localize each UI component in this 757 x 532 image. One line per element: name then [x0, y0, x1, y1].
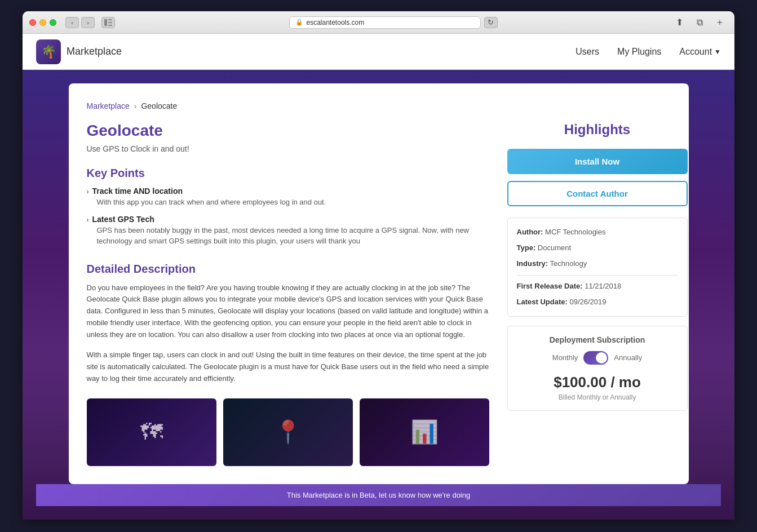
svg-rect-3 — [108, 25, 112, 26]
deployment-title: Deployment Subscription — [517, 335, 678, 344]
nav-account[interactable]: Account ▼ — [679, 47, 721, 57]
billing-toggle-switch[interactable] — [583, 351, 608, 365]
tab-arrange-button[interactable]: ⧉ — [692, 15, 707, 30]
key-point-header-1: › Track time AND location — [87, 187, 489, 196]
meta-first-release: First Release Date: 11/21/2018 — [517, 281, 678, 291]
breadcrumb-separator: › — [134, 101, 137, 110]
nav-my-plugins[interactable]: My Plugins — [617, 47, 661, 57]
key-point-2: › Latest GPS Tech GPS has been notably b… — [87, 215, 489, 247]
billing-note: Billed Monthly or Annually — [517, 393, 678, 401]
meta-industry: Industry: Technology — [517, 259, 678, 269]
description-para-1: Do you have employees in the field? Are … — [87, 282, 489, 341]
fullscreen-button[interactable] — [50, 19, 56, 26]
meta-type: Type: Document — [517, 243, 678, 253]
monthly-label: Monthly — [552, 353, 578, 362]
svg-rect-1 — [108, 19, 112, 20]
meta-author-value: MCF Technologies — [545, 228, 605, 236]
svg-rect-2 — [108, 22, 112, 23]
key-point-desc-2: GPS has been notably buggy in the past, … — [97, 225, 489, 247]
meta-type-value: Document — [538, 243, 571, 252]
key-point-1: › Track time AND location With this app … — [87, 187, 489, 208]
highlights-title: Highlights — [507, 122, 688, 138]
meta-separator — [517, 275, 678, 276]
back-icon: ‹ — [71, 19, 73, 26]
back-button[interactable]: ‹ — [65, 17, 79, 28]
meta-type-label: Type: — [517, 243, 536, 252]
install-button[interactable]: Install Now — [507, 149, 688, 174]
new-tab-button[interactable]: + — [712, 15, 728, 30]
title-bar: ‹ › 🔒 escalantetools.com ↻ ⬆ ⧉ + — [23, 11, 734, 34]
forward-icon: › — [87, 19, 89, 26]
price-display: $100.00 / mo — [517, 374, 678, 391]
close-button[interactable] — [29, 19, 36, 26]
share-button[interactable]: ⬆ — [671, 15, 687, 30]
beta-message: This Marketplace is in Beta, let us know… — [287, 491, 470, 499]
account-dropdown-icon: ▼ — [714, 48, 721, 56]
meta-first-release-value: 11/21/2018 — [585, 282, 621, 290]
screenshot-icon-1: 🗺 — [140, 419, 163, 445]
content-layout: Geolocate Use GPS to Clock in and out! K… — [87, 122, 671, 466]
account-label: Account — [679, 47, 712, 57]
contact-author-button[interactable]: Contact Author — [507, 181, 688, 206]
url-input[interactable]: 🔒 escalantetools.com — [289, 16, 481, 29]
key-point-desc-1: With this app you can track when and whe… — [97, 197, 489, 208]
plugin-tagline: Use GPS to Clock in and out! — [87, 144, 489, 153]
key-point-header-2: › Latest GPS Tech — [87, 215, 489, 224]
meta-author-label: Author: — [517, 228, 543, 236]
traffic-lights — [29, 19, 56, 26]
key-point-title-1: Track time AND location — [92, 187, 183, 196]
meta-industry-value: Technology — [550, 259, 587, 268]
meta-latest-update-value: 09/26/2019 — [569, 298, 606, 306]
chevron-icon-1: › — [87, 188, 89, 196]
sidebar-toggle-button[interactable] — [101, 17, 115, 28]
address-bar: 🔒 escalantetools.com ↻ — [119, 16, 667, 29]
detailed-title: Detailed Description — [87, 263, 489, 276]
toolbar-right: ⬆ ⧉ + — [671, 15, 728, 30]
nav-users[interactable]: Users — [576, 47, 599, 57]
app-logo[interactable]: 🌴 Marketplace — [36, 39, 122, 64]
screenshot-3[interactable]: 📊 — [360, 398, 489, 466]
detailed-description-section: Detailed Description Do you have employe… — [87, 263, 489, 385]
annually-label: Annually — [614, 353, 642, 362]
description-para-2: With a simple finger tap, users can cloc… — [87, 349, 489, 384]
key-points-list: › Track time AND location With this app … — [87, 187, 489, 247]
meta-info-box: Author: MCF Technologies Type: Document … — [507, 218, 688, 317]
app-nav: 🌴 Marketplace Users My Plugins Account ▼ — [23, 34, 734, 70]
key-points-title: Key Points — [87, 167, 489, 180]
reload-button[interactable]: ↻ — [484, 17, 498, 28]
forward-button[interactable]: › — [81, 17, 95, 28]
meta-latest-update: Latest Update: 09/26/2019 — [517, 297, 678, 307]
breadcrumb-marketplace-link[interactable]: Marketplace — [87, 101, 130, 110]
browser-nav-buttons: ‹ › — [65, 17, 95, 28]
deployment-box: Deployment Subscription Monthly Annually… — [507, 326, 688, 411]
screenshot-icon-3: 📊 — [410, 419, 439, 445]
lock-icon: 🔒 — [295, 19, 303, 26]
main-area: Marketplace › Geolocate Geolocate Use GP… — [23, 70, 734, 520]
logo-icon: 🌴 — [36, 39, 61, 64]
beta-banner: This Marketplace is in Beta, let us know… — [36, 484, 721, 506]
screenshot-2[interactable]: 📍 — [223, 398, 353, 466]
meta-industry-label: Industry: — [517, 259, 548, 268]
url-text: escalantetools.com — [307, 19, 365, 26]
toggle-knob — [596, 352, 607, 363]
meta-latest-update-label: Latest Update: — [517, 298, 568, 306]
screenshot-1[interactable]: 🗺 — [87, 398, 216, 466]
logo-emoji: 🌴 — [41, 45, 56, 59]
nav-brand: Marketplace — [67, 46, 122, 57]
breadcrumb: Marketplace › Geolocate — [87, 101, 671, 110]
meta-author: Author: MCF Technologies — [517, 227, 678, 237]
browser-window: ‹ › 🔒 escalantetools.com ↻ ⬆ ⧉ + — [23, 11, 734, 520]
screenshots: 🗺 📍 📊 — [87, 398, 489, 466]
reload-icon: ↻ — [488, 18, 494, 26]
minimize-button[interactable] — [39, 19, 46, 26]
screenshot-icon-2: 📍 — [274, 419, 302, 445]
key-point-title-2: Latest GPS Tech — [92, 215, 154, 224]
main-content: Geolocate Use GPS to Clock in and out! K… — [87, 122, 489, 466]
breadcrumb-current: Geolocate — [141, 101, 177, 110]
nav-links: Users My Plugins Account ▼ — [576, 47, 721, 57]
meta-first-release-label: First Release Date: — [517, 282, 583, 290]
chevron-icon-2: › — [87, 216, 89, 224]
plugin-title: Geolocate — [87, 122, 489, 140]
svg-rect-0 — [104, 19, 107, 26]
billing-toggle: Monthly Annually — [517, 351, 678, 365]
